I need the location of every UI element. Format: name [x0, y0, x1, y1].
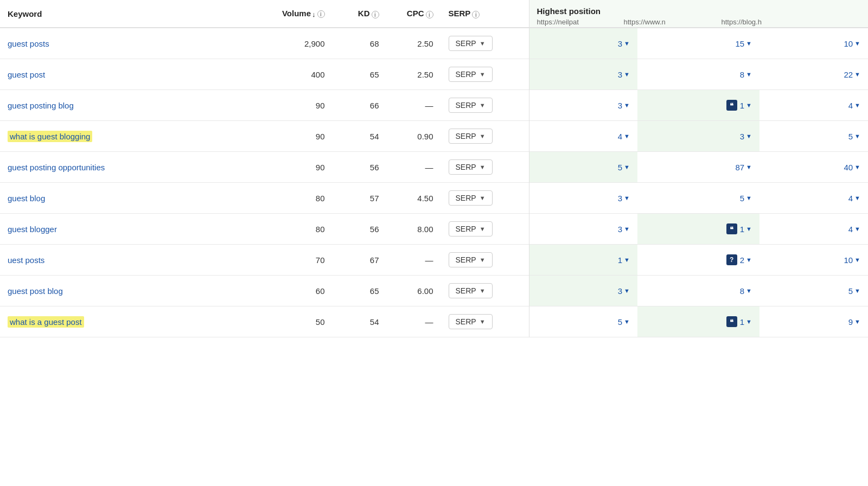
- serp-button[interactable]: SERP▼: [449, 67, 493, 82]
- serp-column-header: SERPi: [441, 0, 529, 28]
- hp1-cell: 3▼: [529, 28, 637, 59]
- serp-button[interactable]: SERP▼: [449, 36, 493, 51]
- hp2-dropdown-arrow[interactable]: ▼: [746, 257, 752, 263]
- hp1-dropdown-arrow[interactable]: ▼: [624, 164, 630, 170]
- serp-button[interactable]: SERP▼: [449, 98, 493, 113]
- hp1-dropdown-arrow[interactable]: ▼: [624, 133, 630, 139]
- hp3-dropdown-arrow[interactable]: ▼: [854, 133, 860, 139]
- sort-icon[interactable]: ↓: [312, 10, 316, 18]
- hp2-value: ❝1▼: [726, 316, 752, 327]
- keyword-link[interactable]: guest blogger: [8, 225, 57, 234]
- hp2-dropdown-arrow[interactable]: ▼: [746, 102, 752, 108]
- hp1-value: 3▼: [618, 70, 630, 79]
- hp1-dropdown-arrow[interactable]: ▼: [624, 226, 630, 232]
- keyword-link[interactable]: guest post: [8, 70, 45, 79]
- keyword-cell: guest posting blog: [0, 90, 258, 121]
- hp3-dropdown-arrow[interactable]: ▼: [854, 102, 860, 108]
- hp3-cell: 4▼: [760, 183, 868, 214]
- serp-dropdown-arrow: ▼: [480, 133, 486, 139]
- hp2-dropdown-arrow[interactable]: ▼: [746, 318, 752, 325]
- volume-cell: 90: [258, 121, 333, 152]
- serp-button[interactable]: SERP▼: [449, 314, 493, 329]
- serp-cell: SERP▼: [441, 183, 529, 214]
- serp-cell: SERP▼: [441, 59, 529, 90]
- hp2-cell: 8▼: [637, 276, 760, 306]
- hp3-dropdown-arrow[interactable]: ▼: [854, 40, 860, 47]
- hp3-value: 4▼: [848, 101, 860, 110]
- hp3-dropdown-arrow[interactable]: ▼: [854, 318, 860, 325]
- serp-cell: SERP▼: [441, 276, 529, 306]
- hp2-dropdown-arrow[interactable]: ▼: [746, 133, 752, 139]
- hp2-dropdown-arrow[interactable]: ▼: [746, 226, 752, 232]
- table-row: guest post400652.50SERP▼3▼8▼22▼: [0, 59, 868, 90]
- hp3-cell: 5▼: [760, 121, 868, 152]
- keyword-link[interactable]: guest blog: [8, 194, 45, 203]
- volume-cell: 50: [258, 306, 333, 337]
- hp2-cell: ❝1▼: [637, 90, 760, 121]
- hp2-dropdown-arrow[interactable]: ▼: [746, 164, 752, 170]
- keyword-link[interactable]: what is guest blogging: [8, 131, 92, 142]
- serp-button[interactable]: SERP▼: [449, 221, 493, 236]
- hp-url3: https://blog.h: [722, 18, 808, 26]
- hp2-value: 3▼: [740, 132, 752, 141]
- serp-cell: SERP▼: [441, 245, 529, 276]
- table-row: guest blogger80568.00SERP▼3▼❝1▼4▼: [0, 214, 868, 245]
- hp3-dropdown-arrow[interactable]: ▼: [854, 195, 860, 201]
- hp3-dropdown-arrow[interactable]: ▼: [854, 164, 860, 170]
- hp3-cell: 4▼: [760, 214, 868, 245]
- hp1-dropdown-arrow[interactable]: ▼: [624, 102, 630, 108]
- keyword-link[interactable]: what is a guest post: [8, 316, 84, 328]
- hp3-value: 4▼: [848, 194, 860, 203]
- hp-url1: https://neilpat: [537, 18, 624, 26]
- hp3-value: 10▼: [844, 39, 860, 48]
- hp1-dropdown-arrow[interactable]: ▼: [624, 318, 630, 325]
- hp1-dropdown-arrow[interactable]: ▼: [624, 195, 630, 201]
- volume-info-icon[interactable]: i: [317, 10, 325, 18]
- hp2-dropdown-arrow[interactable]: ▼: [746, 71, 752, 78]
- serp-button[interactable]: SERP▼: [449, 129, 493, 144]
- hp2-value: ❝1▼: [726, 223, 752, 234]
- serp-button[interactable]: SERP▼: [449, 252, 493, 267]
- hp2-dropdown-arrow[interactable]: ▼: [746, 40, 752, 47]
- keyword-link[interactable]: guest post blog: [8, 286, 63, 296]
- keyword-link[interactable]: guest posting blog: [8, 101, 74, 110]
- hp3-dropdown-arrow[interactable]: ▼: [854, 287, 860, 294]
- hp1-cell: 4▼: [529, 121, 637, 152]
- keyword-cell: what is guest blogging: [0, 121, 258, 152]
- cpc-info-icon[interactable]: i: [426, 11, 433, 18]
- table-row: guest posting opportunities9056—SERP▼5▼8…: [0, 152, 868, 183]
- table-row: guest blog80574.50SERP▼3▼5▼4▼: [0, 183, 868, 214]
- hp3-dropdown-arrow[interactable]: ▼: [854, 257, 860, 263]
- hp1-dropdown-arrow[interactable]: ▼: [624, 71, 630, 78]
- serp-button-label: SERP: [456, 132, 476, 140]
- keyword-link[interactable]: uest posts: [8, 255, 44, 265]
- serp-button[interactable]: SERP▼: [449, 159, 493, 175]
- hp2-dropdown-arrow[interactable]: ▼: [746, 287, 752, 294]
- keyword-cell: guest blog: [0, 183, 258, 214]
- hp3-dropdown-arrow[interactable]: ▼: [854, 71, 860, 78]
- serp-info-icon[interactable]: i: [472, 11, 480, 18]
- keyword-link[interactable]: guest posts: [8, 39, 49, 48]
- kd-cell: 67: [333, 245, 387, 276]
- kd-cell: 65: [333, 59, 387, 90]
- hp1-dropdown-arrow[interactable]: ▼: [624, 40, 630, 47]
- serp-dropdown-arrow: ▼: [480, 71, 486, 78]
- hp3-cell: 10▼: [760, 28, 868, 59]
- hp2-dropdown-arrow[interactable]: ▼: [746, 195, 752, 201]
- kd-info-icon[interactable]: i: [372, 11, 379, 18]
- keyword-cell: what is a guest post: [0, 306, 258, 337]
- hp1-cell: 5▼: [529, 306, 637, 337]
- quote-badge: ❝: [726, 223, 737, 234]
- question-badge: ?: [726, 254, 737, 265]
- cpc-cell: 2.50: [387, 59, 441, 90]
- hp1-dropdown-arrow[interactable]: ▼: [624, 257, 630, 263]
- serp-button[interactable]: SERP▼: [449, 283, 493, 298]
- serp-dropdown-arrow: ▼: [480, 226, 486, 232]
- hp3-dropdown-arrow[interactable]: ▼: [854, 226, 860, 232]
- hp1-dropdown-arrow[interactable]: ▼: [624, 287, 630, 294]
- serp-button[interactable]: SERP▼: [449, 190, 493, 206]
- keyword-cell: guest post blog: [0, 276, 258, 306]
- cpc-cell: 6.00: [387, 276, 441, 306]
- serp-cell: SERP▼: [441, 214, 529, 245]
- keyword-link[interactable]: guest posting opportunities: [8, 163, 105, 172]
